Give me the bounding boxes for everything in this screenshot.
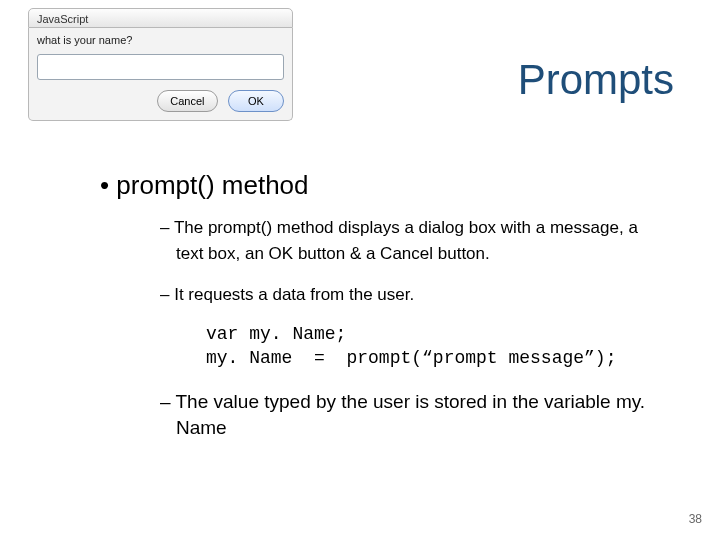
slide: JavaScript what is your name? Cancel OK … <box>0 0 720 540</box>
code-line-1: var my. Name; <box>206 324 346 344</box>
slide-body: prompt() method The prompt() method disp… <box>100 170 660 442</box>
dialog-button-row: Cancel OK <box>37 90 284 112</box>
bullet-l2-1: The prompt() method displays a dialog bo… <box>160 215 660 268</box>
dialog-body: what is your name? Cancel OK <box>28 28 293 121</box>
page-number: 38 <box>689 512 702 526</box>
cancel-button[interactable]: Cancel <box>157 90 217 112</box>
ok-button[interactable]: OK <box>228 90 284 112</box>
bullet-l2-2: It requests a data from the user. <box>160 282 660 308</box>
prompt-input[interactable] <box>37 54 284 80</box>
prompt-dialog: JavaScript what is your name? Cancel OK <box>28 8 293 121</box>
code-block: var my. Name; my. Name = prompt(“prompt … <box>206 322 660 371</box>
bullet-l2-3: The value typed by the user is stored in… <box>160 389 660 442</box>
slide-title: Prompts <box>518 56 674 104</box>
dialog-title: JavaScript <box>28 8 293 28</box>
code-line-2: my. Name = prompt(“prompt message”); <box>206 348 616 368</box>
dialog-message: what is your name? <box>37 34 284 46</box>
bullet-l1: prompt() method <box>120 170 660 201</box>
